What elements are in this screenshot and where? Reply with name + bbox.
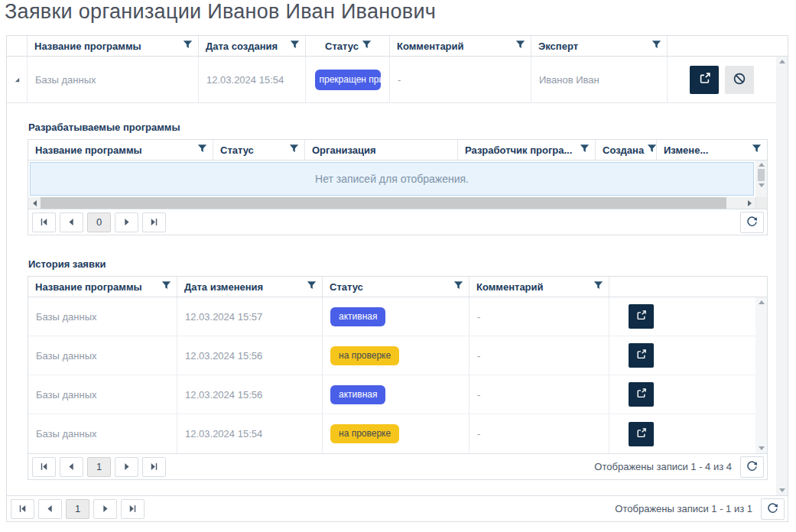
cell-modified-date: 12.03.2024 15:56 [177, 336, 323, 375]
column-header-expert[interactable]: Эксперт [531, 36, 668, 56]
history-grid-vertical-scrollbar[interactable] [755, 297, 767, 453]
pager-next-button[interactable] [115, 212, 138, 232]
collapse-triangle-icon [14, 74, 21, 86]
pager-prev-button[interactable] [60, 457, 83, 477]
external-link-icon [635, 388, 647, 401]
refresh-button[interactable] [740, 212, 764, 233]
cell-status: активная [323, 375, 469, 414]
open-history-entry-button[interactable] [629, 343, 654, 368]
applications-grid: Название программы Дата создания Статус … [6, 35, 788, 522]
open-history-entry-button[interactable] [629, 422, 654, 446]
column-header-label: Название программы [34, 41, 141, 52]
pager-current-page-button[interactable]: 0 [87, 212, 111, 232]
history-row: Базы данных 12.03.2024 15:56 активная - [28, 375, 755, 414]
column-header-program-name[interactable]: Название программы [28, 277, 177, 297]
programs-grid-vertical-scrollbar[interactable] [755, 161, 767, 197]
programs-section-title: Разрабатываемые программы [28, 122, 768, 133]
scroll-down-arrow-icon[interactable] [779, 488, 785, 492]
pager-last-button[interactable] [142, 457, 166, 477]
pager-last-button[interactable] [121, 499, 145, 519]
filter-icon[interactable] [362, 40, 372, 52]
programs-grid-horizontal-scrollbar[interactable] [28, 197, 767, 209]
column-header-created[interactable]: Создана [596, 140, 657, 160]
cell-comment: - [469, 375, 609, 414]
pager-next-button[interactable] [115, 457, 138, 477]
filter-icon[interactable] [161, 281, 171, 293]
cell-program-name: Базы данных [28, 336, 177, 375]
history-row: Базы данных 12.03.2024 15:57 активная - [28, 297, 755, 336]
pager-current-page-button[interactable]: 1 [66, 499, 89, 519]
status-badge: на проверке [330, 346, 399, 365]
scroll-left-arrow-icon[interactable] [28, 197, 41, 209]
cell-program-name: Базы данных [28, 414, 177, 453]
open-history-entry-button[interactable] [629, 304, 654, 329]
pager-last-button[interactable] [142, 212, 166, 232]
column-header-program-name[interactable]: Название программы [28, 36, 199, 56]
filter-icon[interactable] [752, 144, 762, 156]
pager-next-button[interactable] [93, 499, 117, 519]
filter-icon[interactable] [453, 281, 463, 293]
column-header-status[interactable]: Статус [323, 277, 469, 297]
cell-actions [609, 336, 755, 375]
column-header-label: Название программы [35, 144, 142, 156]
scroll-up-arrow-icon[interactable] [779, 60, 785, 63]
column-header-status[interactable]: Статус [306, 36, 390, 56]
scroll-up-arrow-icon[interactable] [759, 300, 765, 304]
column-header-label: Статус [220, 144, 254, 156]
filter-icon[interactable] [290, 40, 300, 52]
scroll-up-arrow-icon[interactable] [759, 163, 765, 167]
column-header-developer[interactable]: Разработчик програ... [458, 140, 596, 160]
pager-first-button[interactable] [32, 457, 56, 477]
pager-prev-button[interactable] [60, 212, 83, 232]
scrollbar-thumb[interactable] [758, 169, 765, 181]
column-header-program-name[interactable]: Название программы [28, 140, 213, 160]
cell-modified-date: 12.03.2024 15:56 [177, 375, 323, 414]
cell-status: прекращен прием заявок [306, 57, 390, 102]
pager-current-page-button[interactable]: 1 [87, 457, 111, 477]
filter-icon[interactable] [307, 281, 317, 293]
cell-comment: - [390, 57, 531, 102]
column-header-status[interactable]: Статус [213, 140, 305, 160]
block-icon [733, 72, 746, 88]
applications-grid-vertical-scrollbar[interactable] [776, 57, 788, 495]
filter-icon[interactable] [647, 144, 657, 156]
filter-icon[interactable] [197, 144, 207, 156]
block-application-button[interactable] [725, 66, 754, 94]
column-header-modified[interactable]: Измене... [657, 140, 767, 160]
scroll-right-arrow-icon[interactable] [743, 197, 755, 209]
open-application-button[interactable] [690, 66, 719, 94]
scrollbar-thumb[interactable] [41, 197, 726, 209]
column-header-modified-date[interactable]: Дата изменения [177, 277, 323, 297]
column-header-label: Комментарий [476, 281, 544, 293]
column-header-created-date[interactable]: Дата создания [199, 36, 306, 56]
filter-icon[interactable] [515, 40, 525, 52]
cell-comment: - [469, 336, 609, 375]
column-header-label: Создана [603, 144, 644, 156]
scroll-down-arrow-icon[interactable] [759, 183, 765, 187]
scroll-down-arrow-icon[interactable] [759, 446, 765, 450]
filter-icon[interactable] [593, 281, 603, 293]
programs-grid-body: Нет записей для отображения. [28, 161, 755, 197]
pager-first-button[interactable] [11, 499, 34, 519]
filter-icon[interactable] [289, 144, 299, 156]
cell-status: на проверке [323, 414, 469, 453]
refresh-button[interactable] [761, 498, 785, 520]
open-history-entry-button[interactable] [629, 382, 654, 407]
cell-program-name: Базы данных [28, 57, 199, 102]
column-header-comment[interactable]: Комментарий [390, 36, 531, 56]
programs-grid-pager: 0 [28, 209, 767, 235]
collapse-row-toggle[interactable] [7, 57, 28, 102]
column-header-organization[interactable]: Организация [305, 140, 458, 160]
history-grid: Название программы Дата изменения Статус [28, 276, 768, 480]
refresh-button[interactable] [740, 456, 764, 478]
cell-modified-date: 12.03.2024 15:57 [177, 297, 323, 336]
filter-icon[interactable] [183, 40, 193, 52]
filter-icon[interactable] [651, 40, 661, 52]
filter-icon[interactable] [580, 144, 590, 156]
status-badge: активная [330, 307, 385, 326]
pager-first-button[interactable] [32, 212, 56, 232]
programs-grid: Название программы Статус Организация Ра… [28, 139, 768, 235]
status-badge: активная [330, 385, 385, 404]
pager-prev-button[interactable] [38, 499, 62, 519]
column-header-comment[interactable]: Комментарий [469, 277, 609, 297]
